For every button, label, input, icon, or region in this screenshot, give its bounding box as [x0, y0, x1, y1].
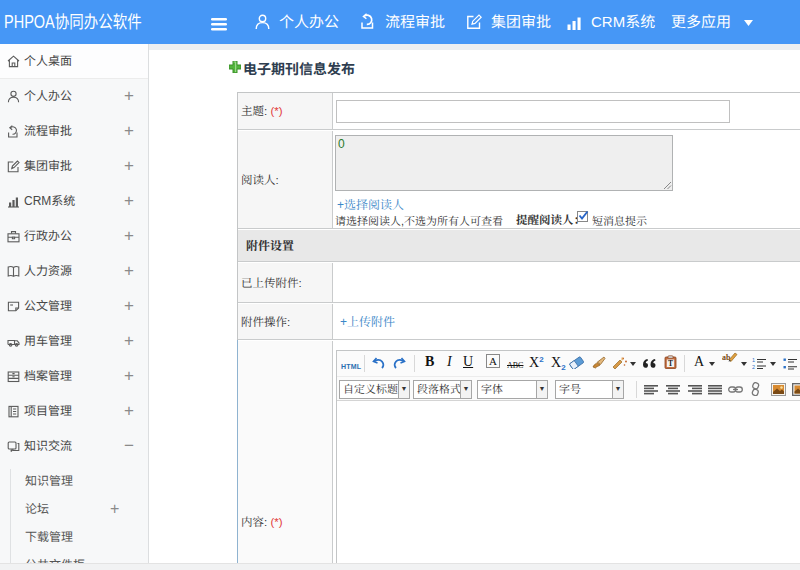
svg-text:1: 1: [752, 357, 755, 363]
svg-text:2: 2: [752, 364, 755, 370]
svg-text:T: T: [668, 359, 673, 368]
